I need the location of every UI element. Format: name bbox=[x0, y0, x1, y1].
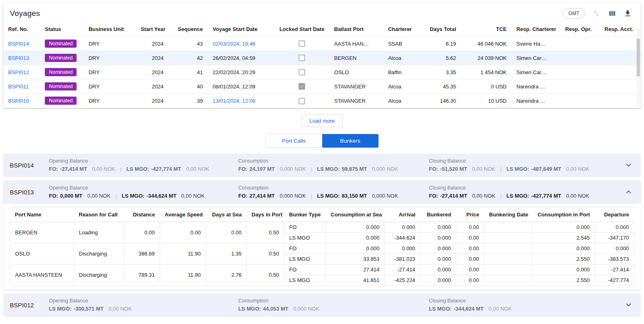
voyages-header: Voyages GMT bbox=[3, 2, 641, 22]
voyage-row[interactable]: BSPI013NominatedDRY20244226/02/2024, 04:… bbox=[3, 51, 641, 65]
accordion-header[interactable]: BSPI013Opening BalanceFO:0,000 MT0,00 NO… bbox=[3, 181, 641, 204]
bunker-consumption-in-port: 0.000 bbox=[532, 243, 595, 253]
port-col-average-speed: Average Speed bbox=[160, 207, 206, 222]
bunker-price: 0.00 bbox=[456, 275, 484, 285]
cell-tce: 1 454 NOK bbox=[461, 65, 512, 79]
voyages-col-bu[interactable]: Business Unit bbox=[84, 22, 136, 37]
bunker-consumption-in-port: 2.545 bbox=[532, 232, 595, 243]
balance-values: FO:0,000 MT0,00 NOK|LS MGO:-344,624 MT0,… bbox=[49, 193, 238, 199]
voyages-col-resp_charterer[interactable]: Resp. Charterer bbox=[512, 22, 560, 37]
fuel-cost: 0,000 NOK bbox=[280, 193, 306, 199]
port-col-port-name: Port Name bbox=[10, 207, 74, 222]
bunker-arrival: -27.414 bbox=[385, 264, 420, 275]
voyages-toolbar: GMT bbox=[563, 8, 632, 19]
voyage-id: BSPI012 bbox=[10, 302, 49, 309]
port-col-distance: Distance bbox=[124, 207, 160, 222]
cell-resp-acct bbox=[600, 94, 641, 108]
voyage-row[interactable]: BSPI011NominatedDRY20244008/01/2024, 12:… bbox=[3, 79, 641, 94]
balance-section-label: Opening Balance bbox=[49, 298, 238, 304]
chevron-down-icon[interactable] bbox=[624, 300, 633, 310]
vertical-scrollbar[interactable] bbox=[637, 38, 640, 77]
voyages-col-charterer[interactable]: Charterer bbox=[383, 22, 424, 37]
voyages-col-year[interactable]: Start Year bbox=[136, 22, 169, 37]
bunker-arrival: -425.224 bbox=[385, 275, 420, 285]
separator: | bbox=[500, 193, 501, 199]
tab-bunkers[interactable]: Bunkers bbox=[322, 134, 378, 148]
voyages-col-start[interactable]: Voyage Start Date bbox=[208, 22, 275, 37]
cell-start-year: 2024 bbox=[136, 94, 169, 108]
page-title: Voyages bbox=[10, 9, 40, 18]
fuel-label: LS MGO: bbox=[122, 193, 145, 199]
voyage-link[interactable]: BSPI014 bbox=[8, 41, 29, 47]
port-distance: 386.89 bbox=[124, 243, 160, 264]
port-row: AASTA HANSTEENDischarging789.3111.902.76… bbox=[10, 264, 634, 275]
view-toggle: Port Calls Bunkers bbox=[266, 134, 379, 148]
cell-business-unit: DRY bbox=[84, 79, 136, 94]
voyages-col-ref[interactable]: Ref. No. bbox=[3, 22, 40, 37]
port-col-consumption-at-sea: Consumption at Sea bbox=[326, 207, 385, 222]
locked-checkbox[interactable] bbox=[299, 55, 305, 61]
locked-checkbox[interactable] bbox=[299, 69, 305, 75]
port-distance: 0.00 bbox=[124, 222, 160, 243]
timezone-button[interactable]: GMT bbox=[563, 8, 585, 19]
voyages-col-resp_opr[interactable]: Resp. Opr. bbox=[560, 22, 600, 37]
balance-values: FO:24,107 MT0,000 NOK|LS MGO:59,875 MT0,… bbox=[238, 166, 429, 172]
voyage-start-date[interactable]: 13/01/2024, 12:09 bbox=[213, 98, 255, 104]
locked-checkbox[interactable] bbox=[299, 40, 305, 47]
bunker-type: FO bbox=[284, 264, 325, 275]
download-icon[interactable] bbox=[624, 9, 632, 18]
accordion-header[interactable]: BSPI014Opening BalanceFO:-27,414 MT0,00 … bbox=[3, 154, 641, 177]
columns-icon[interactable] bbox=[608, 9, 616, 18]
voyage-link[interactable]: BSPI013 bbox=[8, 55, 29, 61]
balance-section-label: Consumption bbox=[238, 298, 429, 304]
cell-status: Nominated bbox=[40, 51, 84, 65]
fuel-quantity: 0,000 MT bbox=[60, 193, 82, 199]
voyage-link[interactable]: BSPI011 bbox=[8, 84, 29, 90]
voyages-col-days[interactable]: Days Total bbox=[424, 22, 461, 37]
port-speed: 11.90 bbox=[160, 264, 206, 285]
locked-checkbox[interactable] bbox=[299, 83, 305, 90]
voyage-start-date[interactable]: 02/03/2024, 19:46 bbox=[213, 41, 255, 47]
voyage-link[interactable]: BSPI010 bbox=[8, 98, 29, 104]
locked-checkbox[interactable] bbox=[299, 98, 305, 104]
cell-status: Nominated bbox=[40, 65, 84, 79]
fuel-quantity: -51,520 MT bbox=[440, 166, 467, 172]
accordion-header[interactable]: BSPI012Opening BalanceLS MGO:-300,571 MT… bbox=[3, 293, 641, 317]
chevron-down-icon[interactable] bbox=[624, 160, 633, 170]
voyage-link[interactable]: BSPI012 bbox=[8, 69, 29, 75]
fuel-cost: 0,000 NOK bbox=[280, 166, 306, 172]
sort-icon[interactable] bbox=[592, 9, 600, 18]
bunker-price: 0.00 bbox=[456, 222, 484, 232]
cell-days-total: 146.30 bbox=[424, 94, 461, 108]
cell-business-unit: DRY bbox=[84, 65, 136, 79]
bunker-arrival: 0.000 bbox=[385, 222, 420, 232]
voyage-row[interactable]: BSPI014NominatedDRY20244302/03/2024, 19:… bbox=[3, 37, 641, 51]
port-distance: 789.31 bbox=[124, 264, 160, 285]
port-days-port: 0.50 bbox=[247, 243, 284, 264]
voyages-col-status[interactable]: Status bbox=[40, 22, 84, 37]
balance-consumption: ConsumptionFO:24,107 MT0,000 NOK|LS MGO:… bbox=[238, 158, 429, 172]
voyages-col-seq[interactable]: Sequence bbox=[168, 22, 208, 37]
bunker-type: LS MGO bbox=[284, 275, 325, 285]
tab-port-calls[interactable]: Port Calls bbox=[266, 134, 322, 148]
voyages-col-resp_acct[interactable]: Resp. Acct. bbox=[600, 22, 641, 37]
voyage-row[interactable]: BSPI010NominatedDRY20243913/01/2024, 12:… bbox=[3, 94, 641, 108]
separator: | bbox=[115, 193, 116, 199]
voyages-col-ballast[interactable]: Ballast Port bbox=[329, 22, 383, 37]
bunker-bunkered: 0.000 bbox=[420, 275, 456, 285]
status-badge: Nominated bbox=[45, 97, 77, 105]
bunker-departure: -427.774 bbox=[595, 275, 634, 285]
fuel-label: LS MGO: bbox=[429, 306, 452, 312]
voyage-row[interactable]: BSPI012NominatedDRY20244122/02/2024, 20:… bbox=[3, 65, 641, 79]
port-col-bunkering-date: Bunkering Date bbox=[484, 207, 532, 222]
chevron-up-icon[interactable] bbox=[624, 187, 633, 197]
fuel-label: FO: bbox=[238, 166, 247, 172]
cell-resp-acct bbox=[600, 37, 641, 51]
load-more-button[interactable]: Load more bbox=[301, 115, 342, 127]
fuel-label: LS MGO: bbox=[506, 193, 529, 199]
voyages-col-locked[interactable]: Locked Start Date bbox=[275, 22, 329, 37]
port-reason: Discharging bbox=[74, 243, 124, 264]
balance-values: LS MGO:-344,624 MT0,00 NOK bbox=[429, 306, 624, 312]
voyages-col-tce[interactable]: TCE bbox=[461, 22, 512, 37]
bunker-type: LS MGO bbox=[284, 253, 325, 264]
